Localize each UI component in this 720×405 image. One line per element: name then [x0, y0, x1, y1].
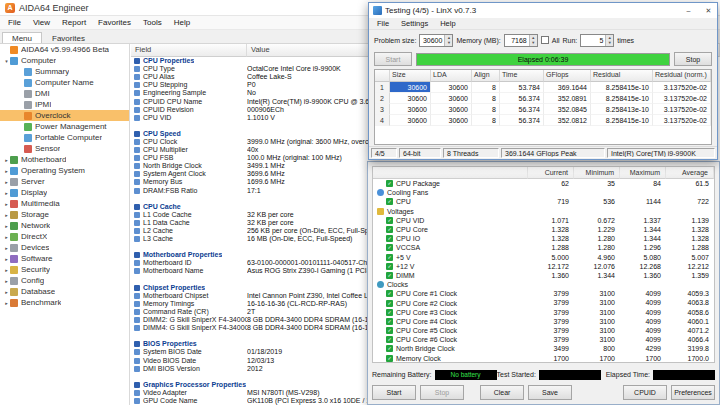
sensor-checkbox-icon[interactable]: [386, 217, 393, 224]
result-row[interactable]: 3 30600 30600 8 56.374 352.0845 8.258413…: [375, 104, 711, 115]
sensor-row[interactable]: CPU Package 62 35 84 61.5: [373, 179, 714, 188]
menubar-item[interactable]: Help: [168, 16, 196, 29]
sensor-row[interactable]: Voltages: [373, 207, 714, 216]
expand-arrow-icon[interactable]: ▸: [3, 190, 10, 196]
tree-item[interactable]: ▸ Multimedia: [0, 198, 129, 209]
expand-arrow-icon[interactable]: ▸: [3, 157, 10, 163]
expand-arrow-icon[interactable]: ▸: [3, 267, 10, 273]
stop-button[interactable]: Stop: [674, 52, 712, 66]
sensor-checkbox-icon[interactable]: [386, 355, 393, 362]
sensor-checkbox-icon[interactable]: [386, 254, 393, 261]
stability-button[interactable]: Save: [528, 385, 572, 400]
expand-arrow-icon[interactable]: ▸: [3, 245, 10, 251]
minimize-icon[interactable]: –: [680, 3, 697, 18]
tree-item[interactable]: DMI: [0, 88, 129, 99]
sensor-row[interactable]: +12 V 12.172 12.076 12.268 12.212: [373, 262, 714, 271]
stability-button[interactable]: Start: [372, 385, 416, 400]
tree-item[interactable]: ▾ Computer: [0, 55, 129, 66]
expand-arrow-icon[interactable]: ▸: [3, 234, 10, 240]
menubar-item[interactable]: Tools: [137, 16, 168, 29]
spinner-down-icon[interactable]: ▼: [606, 40, 613, 46]
sensor-checkbox-icon[interactable]: [386, 235, 393, 242]
sidebar-tab[interactable]: Favorites: [42, 32, 95, 43]
stability-button[interactable]: CPUID: [623, 385, 667, 400]
tree-item[interactable]: ▸ Network: [0, 220, 129, 231]
sensor-checkbox-icon[interactable]: [386, 327, 393, 334]
tree-item[interactable]: ▸ Config: [0, 275, 129, 286]
memory-value[interactable]: 7168: [505, 35, 529, 46]
tree-item[interactable]: ▸ Storage: [0, 209, 129, 220]
stability-button[interactable]: Clear: [480, 385, 524, 400]
sensor-row[interactable]: CPU VID 1.071 0.672 1.337 1.139: [373, 216, 714, 225]
sensor-row[interactable]: Cooling Fans: [373, 188, 714, 197]
sensor-row[interactable]: CPU Core #3 Clock 3799 3100 4099 4058.6: [373, 308, 714, 317]
sensor-checkbox-icon[interactable]: [386, 300, 393, 307]
sensor-row[interactable]: CPU Core #1 Clock 3799 3100 4099 4059.3: [373, 289, 714, 298]
tree-item[interactable]: ▸ DirectX: [0, 231, 129, 242]
menubar-item[interactable]: Settings: [395, 18, 434, 29]
sensor-checkbox-icon[interactable]: [377, 281, 384, 288]
menubar-item[interactable]: Favorites: [92, 16, 137, 29]
sidebar-tab[interactable]: Menu: [2, 32, 42, 43]
sensor-row[interactable]: CPU 719 536 1144 722: [373, 197, 714, 206]
expand-arrow-icon[interactable]: ▸: [3, 179, 10, 185]
expand-arrow-icon[interactable]: ▸: [3, 168, 10, 174]
sensor-checkbox-icon[interactable]: [386, 345, 393, 352]
expand-arrow-icon[interactable]: ▸: [3, 289, 10, 295]
sensor-checkbox-icon[interactable]: [377, 189, 384, 196]
tree-item[interactable]: AIDA64 v5.99.4966 Beta: [0, 44, 129, 55]
sensor-row[interactable]: North Bridge Clock 3499 800 4299 3199.8: [373, 344, 714, 353]
result-row[interactable]: 1 30600 30600 8 53.784 369.1644 8.258415…: [375, 82, 711, 93]
sensor-checkbox-icon[interactable]: [386, 198, 393, 205]
stability-button[interactable]: Stop: [420, 385, 464, 400]
sensor-row[interactable]: CPU Core #2 Clock 3799 3100 4099 4063.8: [373, 298, 714, 307]
memory-input[interactable]: 7168 ▲▼: [504, 34, 538, 47]
sensor-row[interactable]: DIMM 1.360 1.344 1.360 1.359: [373, 271, 714, 280]
sensor-checkbox-icon[interactable]: [386, 336, 393, 343]
sensor-row[interactable]: Clocks: [373, 280, 714, 289]
sensor-checkbox-icon[interactable]: [386, 290, 393, 297]
spinner-down-icon[interactable]: ▼: [445, 40, 452, 46]
menubar-item[interactable]: Report: [56, 16, 92, 29]
sensor-row[interactable]: +5 V 5.000 4.960 5.080 5.007: [373, 253, 714, 262]
tree-item[interactable]: ▸ Database: [0, 286, 129, 297]
tree-item[interactable]: Overclock: [0, 110, 129, 121]
result-row[interactable]: 4 30600 30600 8 56.374 352.0812 8.258415…: [375, 115, 711, 126]
sensor-row[interactable]: CPU IO 1.328 1.280 1.344 1.328: [373, 234, 714, 243]
menubar-item[interactable]: File: [2, 16, 27, 29]
expand-arrow-icon[interactable]: ▸: [3, 278, 10, 284]
tree-item[interactable]: ▸ Software: [0, 253, 129, 264]
sensor-checkbox-icon[interactable]: [386, 272, 393, 279]
start-button[interactable]: Start: [374, 52, 412, 66]
tree-item[interactable]: ▸ Security: [0, 264, 129, 275]
tree-item[interactable]: ▸ Operating System: [0, 165, 129, 176]
tree-item[interactable]: Sensor: [0, 143, 129, 154]
close-icon[interactable]: ✕: [700, 3, 717, 18]
problem-size-value[interactable]: 30600: [420, 35, 444, 46]
tree-item[interactable]: Portable Computer: [0, 132, 129, 143]
spinner-down-icon[interactable]: ▼: [530, 40, 537, 46]
sensor-checkbox-icon[interactable]: [386, 226, 393, 233]
all-memory-checkbox[interactable]: [541, 36, 549, 44]
run-count-value[interactable]: 5: [581, 35, 605, 46]
sensor-row[interactable]: CPU Core #5 Clock 3799 3100 4099 4071.2: [373, 326, 714, 335]
sensor-row[interactable]: CPU Core #6 Clock 3799 3100 4099 4066.4: [373, 335, 714, 344]
stability-button[interactable]: Preferences: [671, 385, 715, 400]
sensor-row[interactable]: CPU Core 1.328 1.229 1.344 1.328: [373, 225, 714, 234]
expand-arrow-icon[interactable]: ▸: [3, 223, 10, 229]
sensor-checkbox-icon[interactable]: [377, 208, 384, 215]
tree-item[interactable]: Power Management: [0, 121, 129, 132]
expand-arrow-icon[interactable]: ▸: [3, 212, 10, 218]
menubar-item[interactable]: File: [371, 18, 395, 29]
linx-titlebar[interactable]: Testing (4/5) - LinX v0.7.3 – ✕: [369, 3, 717, 18]
tree-item[interactable]: Summary: [0, 66, 129, 77]
sensor-row[interactable]: Memory Clock 1700 1700 1700 1700.0: [373, 354, 714, 363]
expand-arrow-icon[interactable]: ▸: [3, 201, 10, 207]
result-row[interactable]: 2 30600 30600 8 56.374 352.0891 8.258415…: [375, 93, 711, 104]
tree-item[interactable]: ▸ Server: [0, 176, 129, 187]
tree-item[interactable]: ▸ Display: [0, 187, 129, 198]
menubar-item[interactable]: Help: [434, 18, 461, 29]
tree-item[interactable]: ▸ Motherboard: [0, 154, 129, 165]
expand-arrow-icon[interactable]: ▾: [3, 58, 10, 64]
sensor-checkbox-icon[interactable]: [386, 263, 393, 270]
